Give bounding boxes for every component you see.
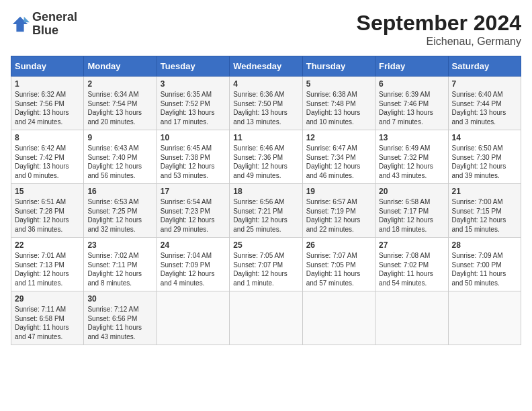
calendar-day-cell: 3Sunrise: 6:35 AMSunset: 7:52 PMDaylight… (157, 77, 229, 130)
day-number: 5 (306, 79, 371, 89)
calendar-header: SundayMondayTuesdayWednesdayThursdayFrid… (11, 56, 521, 77)
calendar-day-cell: 30Sunrise: 7:12 AMSunset: 6:56 PMDayligh… (84, 291, 157, 345)
day-number: 7 (452, 79, 517, 89)
weekday-header: Tuesday (157, 56, 229, 77)
calendar-day-cell: 20Sunrise: 6:58 AMSunset: 7:17 PMDayligh… (375, 184, 448, 238)
day-info: Sunrise: 6:43 AMSunset: 7:40 PMDaylight:… (87, 144, 152, 180)
day-number: 12 (306, 133, 371, 142)
calendar-day-cell: 8Sunrise: 6:42 AMSunset: 7:42 PMDaylight… (11, 130, 84, 184)
calendar-day-cell: 22Sunrise: 7:01 AMSunset: 7:13 PMDayligh… (11, 238, 84, 291)
calendar-day-cell: 11Sunrise: 6:46 AMSunset: 7:36 PMDayligh… (230, 130, 302, 184)
calendar-day-cell: 18Sunrise: 6:56 AMSunset: 7:21 PMDayligh… (230, 184, 302, 238)
calendar-day-cell: 27Sunrise: 7:08 AMSunset: 7:02 PMDayligh… (375, 238, 448, 291)
calendar-day-cell: 17Sunrise: 6:54 AMSunset: 7:23 PMDayligh… (157, 184, 229, 238)
calendar-day-cell: 10Sunrise: 6:45 AMSunset: 7:38 PMDayligh… (157, 130, 229, 184)
calendar-day-cell: 28Sunrise: 7:09 AMSunset: 7:00 PMDayligh… (448, 238, 521, 291)
month-year: September 2024 (357, 11, 521, 36)
day-number: 6 (379, 79, 444, 89)
day-info: Sunrise: 7:02 AMSunset: 7:11 PMDaylight:… (87, 251, 152, 287)
day-number: 4 (233, 79, 298, 89)
day-number: 11 (233, 133, 298, 142)
logo-line2: Blue (32, 24, 77, 38)
calendar-day-cell: 5Sunrise: 6:38 AMSunset: 7:48 PMDaylight… (302, 77, 375, 130)
day-info: Sunrise: 6:35 AMSunset: 7:52 PMDaylight:… (161, 90, 226, 126)
day-info: Sunrise: 6:56 AMSunset: 7:21 PMDaylight:… (233, 197, 298, 234)
calendar-day-cell: 12Sunrise: 6:47 AMSunset: 7:34 PMDayligh… (302, 130, 375, 184)
calendar-week-row: 1Sunrise: 6:32 AMSunset: 7:56 PMDaylight… (11, 77, 521, 130)
weekday-header: Friday (375, 56, 448, 77)
svg-marker-1 (24, 17, 30, 22)
calendar-week-row: 15Sunrise: 6:51 AMSunset: 7:28 PMDayligh… (11, 184, 521, 238)
calendar-day-cell: 14Sunrise: 6:50 AMSunset: 7:30 PMDayligh… (448, 130, 521, 184)
calendar-day-cell: 2Sunrise: 6:34 AMSunset: 7:54 PMDaylight… (84, 77, 157, 130)
day-number: 15 (15, 187, 80, 196)
day-info: Sunrise: 6:42 AMSunset: 7:42 PMDaylight:… (15, 144, 80, 180)
calendar-day-cell: 1Sunrise: 6:32 AMSunset: 7:56 PMDaylight… (11, 77, 84, 130)
page-header: General Blue September 2024 Eichenau, Ge… (11, 11, 521, 48)
day-number: 29 (15, 294, 80, 304)
calendar-day-cell: 24Sunrise: 7:04 AMSunset: 7:09 PMDayligh… (157, 238, 229, 291)
day-info: Sunrise: 6:53 AMSunset: 7:25 PMDaylight:… (87, 197, 152, 234)
day-number: 10 (161, 133, 226, 142)
day-info: Sunrise: 7:12 AMSunset: 6:56 PMDaylight:… (87, 305, 152, 341)
day-info: Sunrise: 7:11 AMSunset: 6:58 PMDaylight:… (15, 305, 80, 341)
day-number: 13 (379, 133, 444, 142)
day-info: Sunrise: 6:46 AMSunset: 7:36 PMDaylight:… (233, 144, 298, 180)
calendar-day-cell (448, 291, 521, 345)
day-info: Sunrise: 6:54 AMSunset: 7:23 PMDaylight:… (161, 197, 226, 234)
day-number: 19 (306, 187, 371, 196)
calendar-week-row: 29Sunrise: 7:11 AMSunset: 6:58 PMDayligh… (11, 291, 521, 345)
day-number: 14 (452, 133, 517, 142)
weekday-header: Saturday (448, 56, 521, 77)
day-number: 16 (87, 187, 152, 196)
calendar-day-cell: 15Sunrise: 6:51 AMSunset: 7:28 PMDayligh… (11, 184, 84, 238)
calendar-day-cell (375, 291, 448, 345)
calendar-week-row: 22Sunrise: 7:01 AMSunset: 7:13 PMDayligh… (11, 238, 521, 291)
weekday-header: Wednesday (230, 56, 302, 77)
calendar-day-cell: 25Sunrise: 7:05 AMSunset: 7:07 PMDayligh… (230, 238, 302, 291)
calendar-day-cell: 23Sunrise: 7:02 AMSunset: 7:11 PMDayligh… (84, 238, 157, 291)
logo-line1: General (32, 11, 77, 24)
day-info: Sunrise: 7:00 AMSunset: 7:15 PMDaylight:… (452, 197, 517, 234)
day-info: Sunrise: 6:49 AMSunset: 7:32 PMDaylight:… (379, 144, 444, 180)
calendar-day-cell: 16Sunrise: 6:53 AMSunset: 7:25 PMDayligh… (84, 184, 157, 238)
day-number: 1 (15, 79, 80, 89)
calendar-day-cell: 6Sunrise: 6:39 AMSunset: 7:46 PMDaylight… (375, 77, 448, 130)
day-info: Sunrise: 7:05 AMSunset: 7:07 PMDaylight:… (233, 251, 298, 287)
day-info: Sunrise: 6:34 AMSunset: 7:54 PMDaylight:… (87, 90, 152, 126)
day-info: Sunrise: 7:04 AMSunset: 7:09 PMDaylight:… (161, 251, 226, 287)
day-number: 18 (233, 187, 298, 196)
day-info: Sunrise: 6:32 AMSunset: 7:56 PMDaylight:… (15, 90, 80, 126)
title-area: September 2024 Eichenau, Germany (357, 11, 521, 48)
day-info: Sunrise: 6:57 AMSunset: 7:19 PMDaylight:… (306, 197, 371, 234)
day-info: Sunrise: 7:09 AMSunset: 7:00 PMDaylight:… (452, 251, 517, 287)
day-info: Sunrise: 6:39 AMSunset: 7:46 PMDaylight:… (379, 90, 444, 126)
weekday-header: Monday (84, 56, 157, 77)
weekday-header: Thursday (302, 56, 375, 77)
day-number: 23 (87, 240, 152, 250)
day-info: Sunrise: 6:47 AMSunset: 7:34 PMDaylight:… (306, 144, 371, 180)
day-info: Sunrise: 6:45 AMSunset: 7:38 PMDaylight:… (161, 144, 226, 180)
calendar-day-cell: 19Sunrise: 6:57 AMSunset: 7:19 PMDayligh… (302, 184, 375, 238)
calendar-day-cell: 7Sunrise: 6:40 AMSunset: 7:44 PMDaylight… (448, 77, 521, 130)
day-number: 22 (15, 240, 80, 250)
day-number: 24 (161, 240, 226, 250)
day-info: Sunrise: 6:36 AMSunset: 7:50 PMDaylight:… (233, 90, 298, 126)
day-info: Sunrise: 6:50 AMSunset: 7:30 PMDaylight:… (452, 144, 517, 180)
calendar-week-row: 8Sunrise: 6:42 AMSunset: 7:42 PMDaylight… (11, 130, 521, 184)
day-info: Sunrise: 6:38 AMSunset: 7:48 PMDaylight:… (306, 90, 371, 126)
calendar-day-cell (157, 291, 229, 345)
day-number: 20 (379, 187, 444, 196)
day-info: Sunrise: 7:01 AMSunset: 7:13 PMDaylight:… (15, 251, 80, 287)
day-number: 26 (306, 240, 371, 250)
location: Eichenau, Germany (357, 36, 521, 48)
calendar-day-cell: 29Sunrise: 7:11 AMSunset: 6:58 PMDayligh… (11, 291, 84, 345)
day-number: 3 (161, 79, 226, 89)
day-number: 30 (87, 294, 152, 304)
day-number: 25 (233, 240, 298, 250)
day-number: 8 (15, 133, 80, 142)
day-number: 21 (452, 187, 517, 196)
calendar-day-cell: 9Sunrise: 6:43 AMSunset: 7:40 PMDaylight… (84, 130, 157, 184)
calendar-day-cell: 4Sunrise: 6:36 AMSunset: 7:50 PMDaylight… (230, 77, 302, 130)
calendar-table: SundayMondayTuesdayWednesdayThursdayFrid… (11, 56, 521, 345)
